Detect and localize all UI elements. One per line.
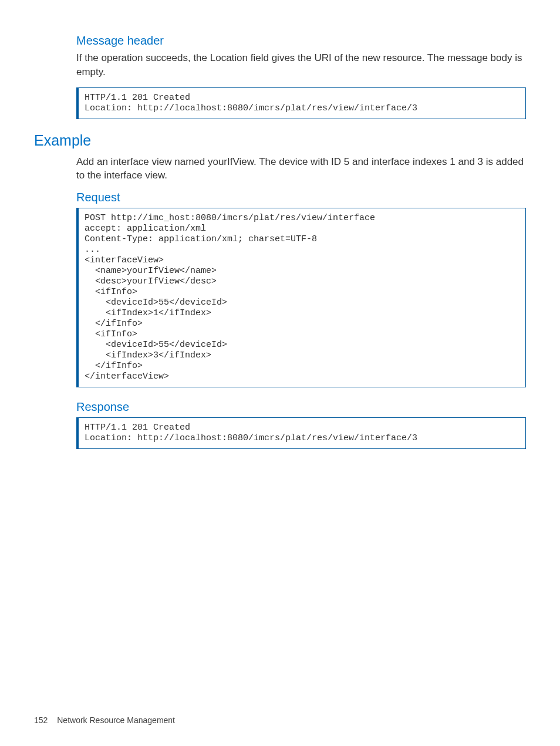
page-footer: 152 Network Resource Management xyxy=(34,715,175,725)
message-header-heading: Message header xyxy=(76,34,526,48)
example-body: Add an interface view named yourIfView. … xyxy=(76,155,526,183)
response-code: HTTP/1.1 201 Created Location: http://lo… xyxy=(76,417,526,449)
request-heading: Request xyxy=(76,191,526,204)
request-code: POST http://imc_host:8080/imcrs/plat/res… xyxy=(76,208,526,387)
page-number: 152 xyxy=(34,715,48,725)
message-header-code: HTTP/1.1 201 Created Location: http://lo… xyxy=(76,87,526,119)
footer-title: Network Resource Management xyxy=(57,715,175,725)
example-heading: Example xyxy=(34,132,526,149)
message-header-body: If the operation succeeds, the Location … xyxy=(76,51,526,79)
response-heading: Response xyxy=(76,400,526,414)
